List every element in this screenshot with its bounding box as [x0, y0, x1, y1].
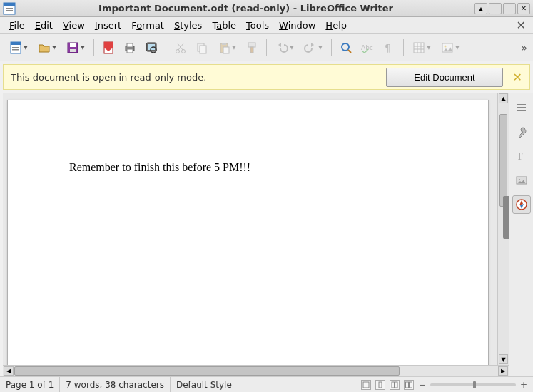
svg-rect-3: [6, 10, 13, 11]
properties-panel-icon[interactable]: [512, 123, 531, 141]
document-viewport: Remember to finish this before 5 PM!!! ▲…: [3, 93, 509, 376]
menu-format[interactable]: Format: [126, 18, 169, 33]
svg-rect-7: [12, 49, 19, 51]
svg-rect-9: [70, 43, 76, 47]
save-button[interactable]: ▼: [63, 38, 88, 57]
close-window-button[interactable]: ✕: [517, 3, 530, 14]
svg-rect-23: [200, 46, 206, 53]
insert-table-button: ▼: [409, 38, 435, 57]
book-view-icon[interactable]: [404, 380, 414, 390]
svg-text:¶: ¶: [385, 42, 391, 53]
toolbar-separator: [403, 39, 404, 56]
svg-rect-26: [223, 47, 229, 53]
close-doc-icon[interactable]: ✕: [514, 19, 529, 32]
scroll-right-button[interactable]: ▶: [498, 366, 508, 376]
dropdown-arrow-icon: ▼: [427, 45, 430, 51]
infobar-close-icon[interactable]: ✕: [513, 71, 522, 84]
statusbar: Page 1 of 1 7 words, 38 characters Defau…: [0, 376, 533, 392]
print-preview-button[interactable]: [142, 38, 161, 57]
copy-button: [193, 38, 211, 57]
sidebar-expand-handle[interactable]: [503, 196, 509, 239]
svg-line-20: [178, 43, 183, 50]
cut-button: [171, 38, 190, 57]
dropdown-arrow-icon: ▼: [455, 45, 459, 51]
scroll-up-button[interactable]: ▲: [499, 93, 508, 103]
new-doc-button[interactable]: ▼: [6, 38, 31, 57]
menu-styles[interactable]: Styles: [169, 18, 207, 33]
dropdown-arrow-icon: ▼: [290, 45, 293, 51]
clone-formatting-button: [243, 38, 261, 57]
svg-point-39: [445, 45, 447, 47]
minimize-button[interactable]: –: [489, 3, 502, 14]
scrollbar-thumb[interactable]: [499, 114, 507, 207]
horizontal-scrollbar[interactable]: ◀ ▶: [3, 365, 509, 376]
svg-rect-52: [410, 382, 412, 388]
svg-rect-6: [12, 47, 19, 48]
svg-rect-2: [6, 8, 13, 9]
zoom-in-button[interactable]: +: [519, 380, 529, 390]
svg-rect-5: [11, 42, 21, 45]
navigator-panel-icon[interactable]: [512, 195, 531, 214]
svg-rect-51: [406, 382, 409, 388]
styles-panel-icon[interactable]: T: [512, 147, 531, 165]
svg-point-29: [342, 43, 349, 51]
toolbar-separator: [266, 39, 267, 56]
scroll-left-button[interactable]: ◀: [4, 366, 14, 376]
gallery-panel-icon[interactable]: [512, 171, 531, 190]
export-pdf-button[interactable]: [99, 38, 118, 57]
sidebar-settings-icon[interactable]: [512, 98, 531, 117]
infobar-message: This document is open in read-only mode.: [11, 72, 206, 83]
svg-line-21: [178, 43, 183, 50]
svg-point-45: [519, 179, 520, 180]
multi-page-view-icon[interactable]: [390, 380, 400, 390]
svg-rect-14: [127, 49, 133, 53]
svg-rect-33: [414, 43, 424, 53]
app-icon: [1, 1, 17, 16]
svg-point-18: [176, 49, 180, 53]
window-title: Important Document.odt (read-only) - Lib…: [17, 3, 474, 14]
zoom-slider[interactable]: [430, 383, 516, 386]
formatting-marks-button: ¶: [380, 38, 398, 57]
menu-window[interactable]: Window: [274, 18, 320, 33]
scrollbar-thumb[interactable]: [14, 366, 400, 376]
document-scroll[interactable]: Remember to finish this before 5 PM!!!: [3, 93, 497, 365]
svg-text:T: T: [517, 151, 523, 162]
toolbar-separator: [93, 39, 94, 56]
svg-rect-49: [392, 382, 395, 388]
outline-view-icon[interactable]: [361, 380, 371, 390]
status-page-style[interactable]: Default Style: [171, 377, 238, 392]
menu-help[interactable]: Help: [320, 18, 352, 33]
svg-rect-25: [222, 43, 226, 45]
edit-document-button[interactable]: Edit Document: [386, 68, 502, 87]
paste-button: ▼: [214, 38, 240, 57]
svg-rect-47: [363, 382, 369, 388]
menu-table[interactable]: Table: [207, 18, 241, 33]
toolbar-separator: [331, 39, 332, 56]
status-page[interactable]: Page 1 of 1: [0, 377, 60, 392]
maximize-button[interactable]: □: [503, 3, 516, 14]
svg-rect-48: [379, 382, 382, 388]
svg-rect-10: [70, 49, 76, 52]
menu-file[interactable]: File: [4, 18, 30, 33]
scroll-down-button[interactable]: ▼: [499, 354, 508, 364]
svg-rect-27: [248, 43, 255, 47]
open-button[interactable]: ▼: [34, 38, 60, 57]
document-body-text: Remember to finish this before 5 PM!!!: [8, 100, 488, 174]
menu-insert[interactable]: Insert: [90, 18, 126, 33]
zoom-out-button[interactable]: −: [417, 380, 427, 390]
status-word-count[interactable]: 7 words, 38 characters: [60, 377, 171, 392]
find-replace-button[interactable]: [337, 38, 355, 57]
zoom-slider-thumb[interactable]: [473, 381, 476, 388]
sidebar-toolbar: T: [509, 93, 533, 376]
menu-edit[interactable]: Edit: [30, 18, 58, 33]
menu-view[interactable]: View: [58, 18, 90, 33]
insert-image-button: ▼: [437, 38, 463, 57]
single-page-view-icon[interactable]: [375, 380, 385, 390]
readonly-infobar: This document is open in read-only mode.…: [3, 64, 530, 90]
window-shade-button[interactable]: ▴: [474, 3, 487, 14]
window-controls: ▴ – □ ✕: [474, 3, 530, 14]
menu-tools[interactable]: Tools: [241, 18, 274, 33]
toolbar-overflow-button[interactable]: »: [521, 42, 527, 53]
print-button[interactable]: [121, 38, 139, 57]
svg-rect-1: [4, 3, 15, 6]
